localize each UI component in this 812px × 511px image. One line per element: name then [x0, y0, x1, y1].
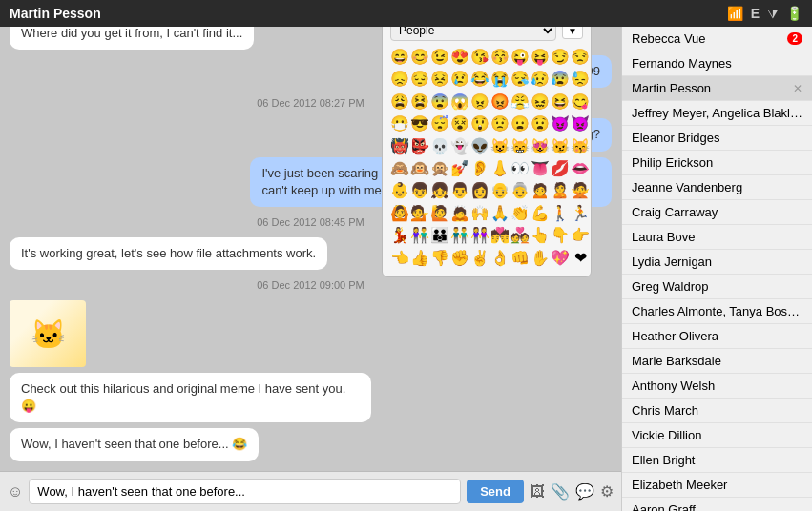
emoji-cell[interactable]: 😴 [430, 113, 449, 134]
contact-item[interactable]: Anthony Welsh [622, 374, 812, 399]
emoji-cell[interactable]: 👍 [410, 248, 429, 269]
contact-item[interactable]: Aaron Graff [622, 498, 812, 511]
emoji-cell[interactable]: 👩 [470, 180, 489, 201]
emoji-cell[interactable]: 👇 [551, 225, 570, 246]
emoji-cell[interactable]: 💁 [410, 203, 429, 224]
emoji-cell[interactable]: ❤ [571, 248, 590, 269]
contact-item[interactable]: Philip Erickson [622, 151, 812, 175]
emoji-cell[interactable]: 🏃 [571, 203, 590, 224]
contact-item[interactable]: Jeanne Vandenberg [622, 175, 812, 200]
emoji-cell[interactable]: 👬 [450, 225, 469, 246]
emoji-cell[interactable]: 😄 [390, 47, 409, 68]
audio-icon[interactable]: 💬 [575, 482, 594, 501]
emoji-cell[interactable]: 👵 [510, 180, 530, 201]
emoji-cell[interactable]: 👄 [571, 158, 590, 179]
emoji-cell[interactable]: 💋 [551, 158, 570, 179]
emoji-cell[interactable]: 👉 [571, 225, 590, 246]
contact-item[interactable]: Eleanor Bridges [622, 126, 812, 151]
emoji-cell[interactable]: 🙌 [470, 203, 489, 224]
emoji-cell[interactable]: 😣 [430, 69, 449, 90]
emoji-cell[interactable]: 😚 [490, 47, 510, 68]
contact-item[interactable]: Charles Almonte, Tanya Bostick [622, 299, 812, 324]
emoji-cell[interactable]: 💏 [490, 225, 510, 246]
emoji-cell[interactable]: 👧 [430, 180, 449, 201]
emoji-cell[interactable]: 😒 [571, 47, 590, 68]
contact-item[interactable]: Chris March [622, 399, 812, 423]
emoji-cell[interactable]: 🙉 [410, 158, 429, 179]
emoji-cell[interactable]: 😻 [531, 136, 550, 157]
emoji-cell[interactable]: 👃 [490, 158, 510, 179]
emoji-cell[interactable]: 🙏 [490, 203, 510, 224]
emoji-cell[interactable]: 👀 [510, 158, 530, 179]
emoji-cell[interactable]: 👭 [470, 225, 489, 246]
emoji-cell[interactable]: 💖 [551, 248, 570, 269]
emoji-cell[interactable]: 👦 [410, 180, 429, 201]
message-input[interactable] [29, 479, 461, 504]
emoji-cell[interactable]: 🚶 [551, 203, 570, 224]
emoji-cell[interactable]: 😍 [450, 47, 469, 68]
contact-item[interactable]: Lydia Jernigan [622, 250, 812, 275]
emoji-cell[interactable]: 🙇 [450, 203, 469, 224]
contact-close-button[interactable]: ✕ [793, 82, 802, 95]
emoji-cell[interactable]: 😩 [390, 92, 409, 112]
emoji-cell[interactable]: 🙊 [430, 158, 449, 179]
emoji-cell[interactable]: ✌ [470, 248, 489, 269]
emoji-cell[interactable]: 👏 [510, 203, 530, 224]
contact-item[interactable]: Craig Carraway [622, 200, 812, 225]
emoji-cell[interactable]: 😥 [531, 69, 550, 90]
emoji-cell[interactable]: 😢 [450, 69, 469, 90]
contact-item[interactable]: Vickie Dillion [622, 423, 812, 448]
emoji-cell[interactable]: 👶 [390, 180, 409, 201]
emoji-cell[interactable]: 😡 [490, 92, 510, 112]
emoji-cell[interactable]: 😰 [551, 69, 570, 90]
emoji-cell[interactable]: 👺 [410, 136, 429, 157]
contact-item[interactable]: Greg Waldrop [622, 275, 812, 299]
emoji-cell[interactable]: 😟 [490, 113, 510, 134]
emoji-cell[interactable]: 👿 [571, 113, 590, 134]
emoji-cell[interactable]: 😧 [531, 113, 550, 134]
image-icon[interactable]: 🖼 [530, 483, 545, 501]
emoji-cell[interactable]: 😨 [430, 92, 449, 112]
emoji-cell[interactable]: 👈 [390, 248, 409, 269]
emoji-cell[interactable]: 💅 [450, 158, 469, 179]
emoji-cell[interactable]: 👨 [450, 180, 469, 201]
emoji-cell[interactable]: 👴 [490, 180, 510, 201]
emoji-cell[interactable]: 🙆 [390, 203, 409, 224]
contact-item[interactable]: Fernando Maynes [622, 51, 812, 76]
emoji-cell[interactable]: 👅 [531, 158, 550, 179]
emoji-cell[interactable]: 😭 [490, 69, 510, 90]
emoji-cell[interactable]: 😏 [551, 47, 570, 68]
emoji-cell[interactable]: 😺 [490, 136, 510, 157]
emoji-cell[interactable]: 👪 [430, 225, 449, 246]
emoji-cell[interactable]: 😵 [450, 113, 469, 134]
emoji-cell[interactable]: 😦 [510, 113, 530, 134]
emoji-cell[interactable]: 😖 [531, 92, 550, 112]
emoji-cell[interactable]: 😱 [450, 92, 469, 112]
emoji-cell[interactable]: 😓 [571, 69, 590, 90]
settings-icon[interactable]: ⚙ [600, 482, 614, 501]
emoji-cell[interactable]: 😋 [571, 92, 590, 112]
contact-item[interactable]: Rebecca Vue2 [622, 27, 812, 51]
emoji-cell[interactable]: 😝 [531, 47, 550, 68]
emoji-cell[interactable]: 👽 [470, 136, 489, 157]
emoji-cell[interactable]: 👊 [510, 248, 530, 269]
emoji-cell[interactable]: ✋ [531, 248, 550, 269]
send-button[interactable]: Send [467, 480, 524, 503]
emoji-icon[interactable]: ☺ [8, 483, 23, 501]
emoji-cell[interactable]: 😎 [410, 113, 429, 134]
emoji-cell[interactable]: 😂 [470, 69, 489, 90]
emoji-cell[interactable]: 👆 [531, 225, 550, 246]
contact-item[interactable]: Jeffrey Meyer, Angelica Blakley [622, 101, 812, 126]
emoji-cell[interactable]: 😊 [410, 47, 429, 68]
contact-item[interactable]: Martin Pesson✕ [622, 76, 812, 101]
emoji-category-select[interactable]: PeopleNatureObjectsPlacesSymbols [390, 27, 556, 41]
emoji-cell[interactable]: 🙋 [430, 203, 449, 224]
contact-item[interactable]: Laura Bove [622, 225, 812, 250]
emoji-cell[interactable]: 💑 [510, 225, 530, 246]
emoji-cell[interactable]: ✊ [450, 248, 469, 269]
emoji-cell[interactable]: 👌 [490, 248, 510, 269]
emoji-cell[interactable]: 😫 [410, 92, 429, 112]
emoji-cell[interactable]: 👂 [470, 158, 489, 179]
emoji-cell[interactable]: 😷 [390, 113, 409, 134]
emoji-cell[interactable]: 😠 [470, 92, 489, 112]
